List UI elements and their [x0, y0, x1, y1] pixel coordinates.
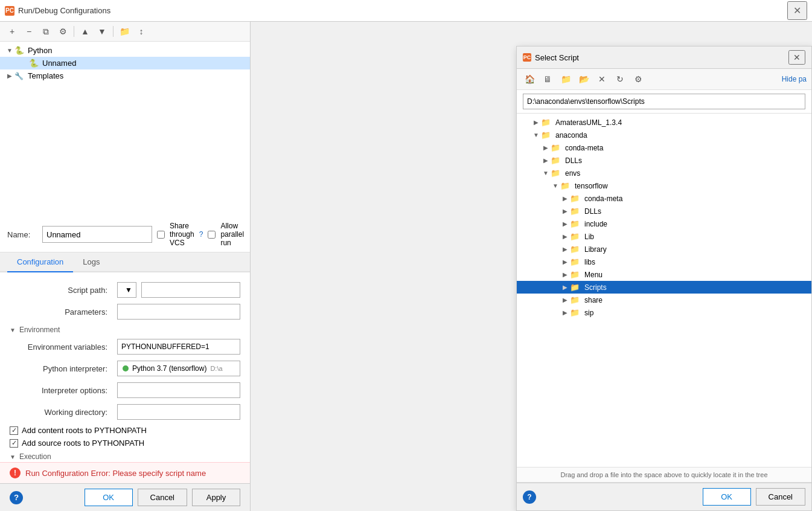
app-icon: PC	[5, 6, 14, 16]
script-path-dropdown[interactable]: ▼	[117, 282, 136, 298]
file-tree-item-libs[interactable]: ▶📁libs	[517, 256, 811, 268]
file-tree-item-share[interactable]: ▶📁share	[517, 294, 811, 306]
tree-templates-item[interactable]: ▶ 🔧 Templates	[0, 69, 250, 82]
file-tree-item-conda-meta-1[interactable]: ▶📁conda-meta	[517, 141, 811, 154]
window-close-button[interactable]: ✕	[787, 1, 807, 20]
tree-unnamed-item[interactable]: 🐍 Unnamed	[0, 57, 250, 69]
right-area: PC Select Script ✕ 🏠 🖥 📁 📂 ✕ ↻ ⚙ Hide pa	[251, 22, 812, 511]
add-content-roots-checkbox[interactable]	[10, 426, 18, 435]
folder-icon-library: 📁	[570, 245, 580, 254]
name-input[interactable]	[42, 226, 152, 243]
file-tree-item-dlls-2[interactable]: ▶📁DLLs	[517, 205, 811, 217]
ok-button[interactable]: OK	[85, 489, 133, 506]
error-message: Run Configuration Error: Please specify …	[25, 469, 206, 478]
file-tree-item-library[interactable]: ▶📁Library	[517, 243, 811, 256]
move-down-button[interactable]: ▼	[95, 24, 109, 39]
dialog-path-input[interactable]	[523, 94, 805, 109]
execution-section-header: ▼ Execution	[10, 452, 240, 461]
exec-collapse-icon[interactable]: ▼	[10, 454, 16, 460]
env-variables-label: Environment variables:	[10, 342, 112, 352]
remove-config-button[interactable]: −	[22, 24, 36, 39]
file-tree-item-conda-meta-2[interactable]: ▶📁conda-meta	[517, 192, 811, 205]
tree-label-share: share	[584, 296, 603, 304]
tab-configuration[interactable]: Configuration	[7, 252, 73, 272]
name-label: Name:	[7, 230, 37, 239]
folder-button[interactable]: 📁	[117, 24, 132, 39]
python-group-icon: 🐍	[14, 47, 25, 55]
env-variables-input[interactable]	[117, 339, 240, 355]
dialog-folder-button[interactable]: 📁	[558, 71, 574, 87]
env-collapse-icon[interactable]: ▼	[10, 327, 16, 333]
dialog-delete-button[interactable]: ✕	[594, 71, 610, 87]
folder-icon-amaterasuml: 📁	[541, 118, 551, 127]
folder-icon-libs: 📁	[570, 257, 580, 266]
dialog-ok-button[interactable]: OK	[703, 488, 751, 506]
dialog-refresh-button[interactable]: ↻	[612, 71, 628, 87]
copy-config-button[interactable]: ⧉	[39, 24, 53, 39]
expand-icon-menu: ▶	[560, 271, 570, 278]
toolbar-divider	[74, 26, 74, 37]
help-button[interactable]: ?	[10, 491, 23, 504]
file-tree-item-scripts[interactable]: ▶📁Scripts	[517, 281, 811, 294]
dialog-toolbar: 🏠 🖥 📁 📂 ✕ ↻ ⚙ Hide pa	[517, 69, 811, 90]
expand-icon-scripts: ▶	[560, 284, 570, 291]
main-layout: + − ⧉ ⚙ ▲ ▼ 📁 ↕ ▼ 🐍 Python	[0, 22, 812, 511]
cancel-button[interactable]: Cancel	[138, 489, 187, 506]
dialog-help-button[interactable]: ?	[523, 490, 536, 504]
dialog-settings-button[interactable]: ⚙	[630, 71, 646, 87]
dialog-close-button[interactable]: ✕	[788, 50, 805, 65]
parameters-label: Parameters:	[10, 307, 112, 317]
file-tree-item-tensorflow[interactable]: ▼📁tensorflow	[517, 179, 811, 192]
file-tree-item-amaterasuml[interactable]: ▶📁AmaterasUML_1.3.4	[517, 116, 811, 129]
share-vcs-help-icon: ?	[199, 230, 203, 239]
folder-icon-anaconda: 📁	[541, 130, 551, 140]
dialog-newfolder-button[interactable]: 📂	[576, 71, 592, 87]
file-tree-item-lib[interactable]: ▶📁Lib	[517, 230, 811, 243]
sort-button[interactable]: ↕	[134, 24, 149, 39]
file-tree-item-sip[interactable]: ▶📁sip	[517, 306, 811, 319]
dialog-desktop-button[interactable]: 🖥	[540, 71, 555, 87]
file-tree-item-dlls-1[interactable]: ▶📁DLLs	[517, 154, 811, 167]
folder-icon-sip: 📁	[570, 308, 580, 317]
env-variables-row: Environment variables:	[10, 339, 240, 355]
left-toolbar: + − ⧉ ⚙ ▲ ▼ 📁 ↕	[0, 22, 250, 42]
script-path-input[interactable]	[141, 282, 240, 298]
settings-config-button[interactable]: ⚙	[56, 24, 70, 39]
add-source-roots-checkbox[interactable]	[10, 439, 18, 448]
expand-icon-library: ▶	[560, 246, 570, 252]
python-interpreter-button[interactable]: Python 3.7 (tensorflow) D:\a	[117, 361, 240, 376]
apply-button[interactable]: Apply	[192, 489, 240, 506]
hide-panel-label[interactable]: Hide pa	[782, 75, 807, 83]
title-bar: PC Run/Debug Configurations ✕	[0, 0, 812, 22]
share-vcs-checkbox[interactable]	[157, 231, 165, 239]
file-tree-item-include[interactable]: ▶📁include	[517, 217, 811, 230]
dialog-title: PC Select Script	[523, 53, 579, 62]
share-vcs-label: Share through VCS	[170, 222, 194, 247]
tree-label-envs: envs	[565, 169, 580, 178]
dialog-home-button[interactable]: 🏠	[522, 71, 537, 87]
tree-python-group[interactable]: ▼ 🐍 Python	[0, 44, 250, 57]
dialog-path-bar	[517, 90, 811, 114]
add-config-button[interactable]: +	[5, 24, 19, 39]
bottom-bar: ? OK Cancel Apply	[0, 483, 250, 511]
parameters-row: Parameters:	[10, 304, 240, 320]
working-directory-input[interactable]	[117, 404, 240, 420]
file-tree-item-menu[interactable]: ▶📁Menu	[517, 268, 811, 281]
parameters-input[interactable]	[117, 304, 240, 320]
add-content-roots-label: Add content roots to PYTHONPATH	[22, 426, 147, 435]
folder-icon-conda-meta-2: 📁	[570, 194, 580, 203]
expand-icon-sip: ▶	[560, 309, 570, 316]
folder-icon-envs: 📁	[551, 169, 560, 178]
move-up-button[interactable]: ▲	[78, 24, 92, 39]
tab-logs[interactable]: Logs	[73, 252, 109, 272]
dialog-cancel-button[interactable]: Cancel	[756, 488, 805, 506]
allow-parallel-checkbox[interactable]	[208, 231, 216, 239]
file-tree-item-envs[interactable]: ▼📁envs	[517, 167, 811, 179]
file-tree-item-anaconda[interactable]: ▼📁anaconda	[517, 129, 811, 141]
expand-icon-conda-meta-2: ▶	[560, 195, 570, 202]
dialog-app-icon: PC	[523, 53, 531, 62]
drag-hint: Drag and drop a file into the space abov…	[517, 467, 811, 483]
script-path-label: Script path:	[10, 286, 112, 295]
file-tree: ▶📁AmaterasUML_1.3.4▼📁anaconda▶📁conda-met…	[517, 114, 811, 467]
interpreter-options-input[interactable]	[117, 382, 240, 398]
